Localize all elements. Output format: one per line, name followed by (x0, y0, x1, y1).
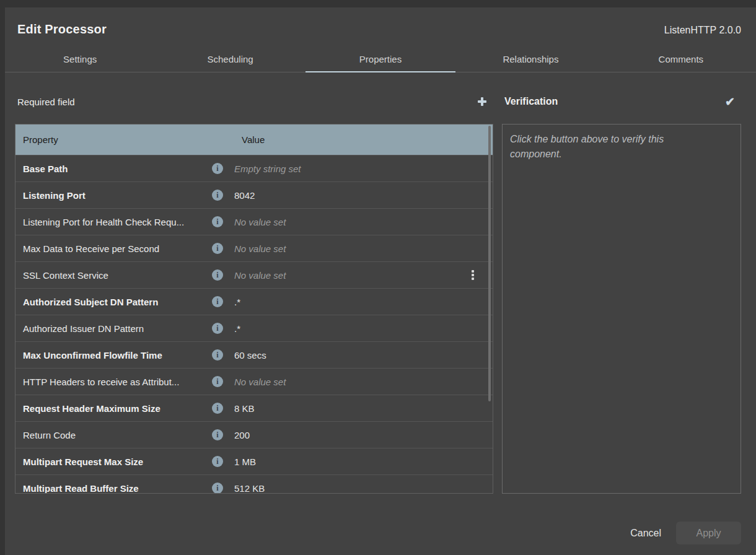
info-icon[interactable]: i (212, 349, 223, 361)
property-row[interactable]: Authorized Subject DN Pattern i .* (15, 288, 493, 315)
property-row[interactable]: Max Unconfirmed Flowfile Time i 60 secs (15, 341, 493, 368)
kebab-menu-icon[interactable] (470, 269, 475, 281)
plus-icon (477, 97, 487, 107)
property-name: Listening Port for Health Check Requ... (15, 217, 212, 227)
property-name: HTTP Headers to receive as Attribut... (15, 377, 212, 387)
property-row[interactable]: Return Code i 200 (15, 421, 493, 448)
table-body: Base Path i Empty string set Listening P… (15, 155, 493, 494)
property-value: 60 secs (234, 350, 493, 361)
property-value: 8 KB (234, 403, 493, 414)
property-name: Authorized Subject DN Pattern (15, 297, 212, 307)
property-value: .* (234, 297, 493, 307)
property-value: No value set (234, 243, 493, 254)
property-row[interactable]: Authorized Issuer DN Pattern i .* (15, 315, 493, 341)
property-row[interactable]: Max Data to Receive per Second i No valu… (15, 235, 493, 261)
properties-table: Property Value Base Path i Empty string … (15, 124, 493, 494)
property-value: No value set (234, 270, 493, 281)
property-value: No value set (234, 217, 493, 227)
property-name: Max Data to Receive per Second (15, 243, 212, 254)
property-row[interactable]: Listening Port for Health Check Requ... … (15, 208, 493, 235)
property-value: Empty string set (234, 164, 493, 174)
properties-section-header: Required field (15, 94, 493, 109)
property-name: Listening Port (15, 190, 212, 201)
property-name: Return Code (15, 430, 212, 440)
verification-panel: Click the button above to verify this co… (502, 124, 741, 494)
cancel-button[interactable]: Cancel (630, 523, 661, 544)
property-row[interactable]: SSL Context Service i No value set (15, 261, 493, 288)
property-name: Multipart Request Max Size (15, 457, 212, 467)
property-name: Base Path (15, 164, 212, 174)
property-value: 200 (234, 430, 493, 440)
add-property-button[interactable] (476, 95, 488, 108)
info-icon[interactable]: i (212, 190, 223, 201)
property-value: .* (234, 323, 493, 334)
property-name: Authorized Issuer DN Pattern (15, 323, 212, 334)
property-row[interactable]: HTTP Headers to receive as Attribut... i… (15, 368, 493, 395)
property-name: Multipart Read Buffer Size (15, 483, 212, 494)
info-icon[interactable]: i (212, 216, 223, 227)
edit-processor-dialog: Edit Processor ListenHTTP 2.0.0 Settings… (5, 7, 756, 555)
property-row[interactable]: Multipart Read Buffer Size i 512 KB (15, 474, 493, 494)
processor-version: ListenHTTP 2.0.0 (664, 25, 741, 36)
tab-bar: SettingsSchedulingPropertiesRelationship… (5, 46, 756, 72)
table-header-row: Property Value (15, 125, 493, 155)
tab-scheduling[interactable]: Scheduling (155, 46, 305, 72)
required-field-label: Required field (17, 97, 75, 107)
property-row[interactable]: Multipart Request Max Size i 1 MB (15, 448, 493, 474)
verification-section: Verification ✔ Click the button above to… (502, 94, 741, 494)
property-value: 1 MB (234, 457, 493, 467)
dialog-header: Edit Processor ListenHTTP 2.0.0 (17, 22, 741, 37)
property-row[interactable]: Request Header Maximum Size i 8 KB (15, 395, 493, 421)
column-header-value: Value (234, 134, 493, 145)
verification-label: Verification (504, 96, 558, 107)
property-row[interactable]: Base Path i Empty string set (15, 155, 493, 181)
info-icon[interactable]: i (212, 296, 223, 307)
check-icon: ✔ (725, 96, 735, 108)
property-name: Max Unconfirmed Flowfile Time (15, 350, 212, 361)
property-name: Request Header Maximum Size (15, 403, 212, 414)
apply-button[interactable]: Apply (676, 522, 741, 544)
tab-properties[interactable]: Properties (305, 46, 455, 72)
property-value: No value set (234, 377, 493, 387)
tab-settings[interactable]: Settings (5, 46, 155, 72)
property-value: 512 KB (234, 483, 493, 494)
tab-comments[interactable]: Comments (606, 46, 756, 72)
info-icon[interactable]: i (212, 243, 223, 254)
column-header-property: Property (15, 134, 234, 145)
properties-section: Required field Property Value Base Path … (15, 94, 493, 494)
info-icon[interactable]: i (212, 163, 223, 174)
tab-relationships[interactable]: Relationships (455, 46, 605, 72)
property-value: 8042 (234, 190, 493, 201)
page-title: Edit Processor (17, 22, 107, 37)
verify-button[interactable]: ✔ (724, 95, 736, 109)
info-icon[interactable]: i (212, 456, 223, 467)
info-icon[interactable]: i (212, 269, 223, 281)
verification-message: Click the button above to verify this co… (510, 132, 696, 162)
dialog-actions: Cancel Apply (630, 522, 741, 544)
property-row[interactable]: Listening Port i 8042 (15, 181, 493, 208)
info-icon[interactable]: i (212, 323, 223, 334)
table-scrollbar[interactable] (488, 126, 491, 401)
property-name: SSL Context Service (15, 270, 212, 281)
info-icon[interactable]: i (212, 429, 223, 440)
info-icon[interactable]: i (212, 376, 223, 387)
verification-section-header: Verification ✔ (502, 94, 741, 109)
info-icon[interactable]: i (212, 403, 223, 414)
info-icon[interactable]: i (212, 483, 223, 494)
